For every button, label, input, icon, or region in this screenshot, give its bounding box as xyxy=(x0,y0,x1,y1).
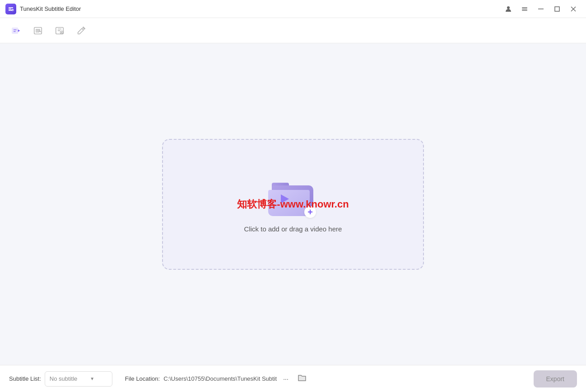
svg-point-2 xyxy=(507,6,510,9)
account-button[interactable] xyxy=(501,3,516,15)
title-bar-controls xyxy=(501,3,581,15)
title-bar: TunesKit Subtitle Editor xyxy=(0,0,586,18)
svg-rect-7 xyxy=(555,7,559,11)
drop-zone[interactable]: + Click to add or drag a video here xyxy=(162,139,424,270)
edit-button[interactable] xyxy=(72,22,90,40)
folder-icon: + xyxy=(268,175,318,216)
export-button[interactable]: Export xyxy=(534,370,577,387)
svg-rect-3 xyxy=(522,7,527,8)
file-path-more-button[interactable]: ··· xyxy=(280,374,291,383)
chevron-down-icon: ▼ xyxy=(90,376,94,381)
add-text-button[interactable] xyxy=(51,22,69,40)
svg-rect-5 xyxy=(522,10,527,11)
svg-rect-6 xyxy=(538,9,544,9)
browse-folder-button[interactable] xyxy=(295,372,309,385)
add-video-plus-icon: + xyxy=(304,206,316,218)
app-logo xyxy=(5,4,16,14)
svg-rect-10 xyxy=(12,28,18,33)
svg-rect-4 xyxy=(522,9,527,9)
subtitle-dropdown[interactable]: No subtitle ▼ xyxy=(45,371,112,387)
toolbar xyxy=(0,18,586,43)
main-content: + Click to add or drag a video here 知软博客… xyxy=(0,43,586,365)
drop-zone-text: Click to add or drag a video here xyxy=(244,225,342,233)
maximize-button[interactable] xyxy=(550,3,564,15)
menu-button[interactable] xyxy=(517,3,532,15)
file-location-label: File Location: xyxy=(125,375,160,382)
svg-marker-14 xyxy=(281,194,289,203)
subtitle-list-section: Subtitle List: No subtitle ▼ xyxy=(9,371,112,387)
file-path-text: C:\Users\10755\Documents\TunesKit Subtit xyxy=(163,375,277,382)
bottom-bar: Subtitle List: No subtitle ▼ File Locati… xyxy=(0,365,586,392)
subtitle-list-label: Subtitle List: xyxy=(9,375,41,382)
title-bar-left: TunesKit Subtitle Editor xyxy=(5,4,81,14)
open-video-button[interactable] xyxy=(7,22,25,40)
close-button[interactable] xyxy=(566,3,581,15)
app-title: TunesKit Subtitle Editor xyxy=(20,5,81,12)
load-subtitle-button[interactable] xyxy=(29,22,47,40)
play-arrow-icon xyxy=(276,191,293,209)
minimize-button[interactable] xyxy=(534,3,548,15)
file-location-section: File Location: C:\Users\10755\Documents\… xyxy=(125,372,309,385)
subtitle-selected-value: No subtitle xyxy=(50,375,77,382)
